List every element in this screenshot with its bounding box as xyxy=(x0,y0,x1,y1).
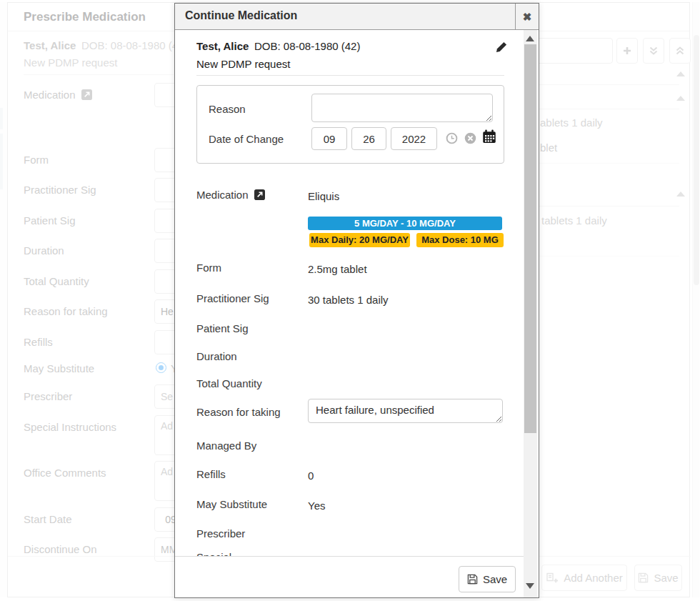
modal-footer: Save xyxy=(175,556,524,597)
practitioner-sig-value: 30 tablets 1 daily xyxy=(308,294,389,306)
refills-value: 0 xyxy=(308,470,314,482)
clear-date-icon[interactable] xyxy=(464,132,476,144)
reason-for-taking-label: Reason for taking xyxy=(196,406,281,418)
scroll-up-arrow-icon[interactable] xyxy=(526,36,534,41)
refills-label: Refills xyxy=(196,468,226,480)
managed-by-label: Managed By xyxy=(196,439,256,452)
clock-icon[interactable] xyxy=(446,132,458,144)
modal-title: Continue Medication xyxy=(185,9,297,22)
patient-dob: DOB: 08-08-1980 (42) xyxy=(254,40,360,52)
modal-close-button[interactable]: ✖ xyxy=(515,4,539,30)
reason-textarea[interactable] xyxy=(311,94,493,122)
date-of-change-label: Date of Change xyxy=(209,133,284,145)
patient-name: Test, Alice xyxy=(196,40,249,52)
special-label-partial: Special xyxy=(196,551,231,556)
date-year-input[interactable] xyxy=(391,127,437,150)
max-daily-badge: Max Daily: 20 MG/DAY xyxy=(309,233,410,247)
edit-pencil-icon[interactable] xyxy=(496,41,507,53)
form-value: 2.5mg tablet xyxy=(308,263,367,275)
modal-body: Test, Alice DOB: 08-08-1980 (42) New PDM… xyxy=(175,30,524,556)
medication-value: Eliquis xyxy=(308,190,339,202)
may-substitute-value: Yes xyxy=(308,500,325,512)
date-day-input[interactable] xyxy=(351,127,386,150)
close-icon: ✖ xyxy=(523,11,532,24)
continue-medication-modal: Continue Medication ✖ Test, Alice DOB: 0… xyxy=(174,3,539,598)
patient-sig-label: Patient Sig xyxy=(196,322,249,334)
save-icon xyxy=(467,574,478,585)
modal-save-label: Save xyxy=(483,573,507,585)
modal-save-button[interactable]: Save xyxy=(459,566,516,592)
calendar-icon[interactable] xyxy=(482,129,496,144)
total-quantity-label: Total Quantity xyxy=(196,377,262,389)
reason-box: Reason Date of Change xyxy=(196,85,504,164)
max-dose-badge: Max Dose: 10 MG xyxy=(416,233,504,247)
practitioner-sig-label: Practitioner Sig xyxy=(196,292,269,304)
pdmp-text: New PDMP request xyxy=(196,58,290,70)
may-substitute-label: May Substitute xyxy=(196,498,267,510)
scroll-down-arrow-icon[interactable] xyxy=(526,583,534,589)
medication-label: Medication xyxy=(196,189,265,201)
duration-label: Duration xyxy=(196,350,237,362)
modal-scrollbar-thumb[interactable] xyxy=(524,44,536,433)
prescriber-label: Prescriber xyxy=(196,527,245,540)
reason-label: Reason xyxy=(209,103,246,115)
dose-range-badge: 5 MG/DAY - 10 MG/DAY xyxy=(308,217,502,230)
modal-header[interactable]: Continue Medication ✖ xyxy=(175,4,539,30)
date-month-input[interactable] xyxy=(311,127,347,150)
external-link-icon[interactable] xyxy=(254,189,265,200)
modal-scrollbar[interactable] xyxy=(524,30,537,597)
form-label: Form xyxy=(196,262,221,274)
reason-for-taking-textarea[interactable]: Heart failure, unspecified xyxy=(308,399,503,423)
